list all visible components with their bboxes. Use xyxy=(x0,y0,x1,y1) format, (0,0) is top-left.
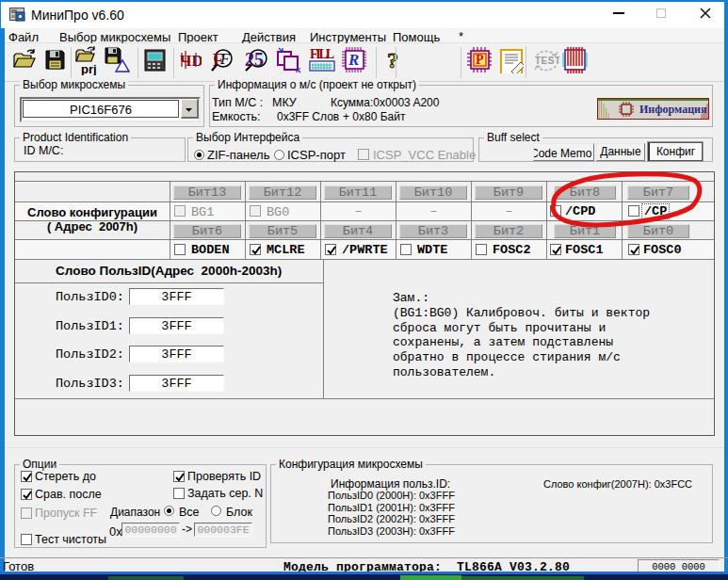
svg-text:TEST: TEST xyxy=(535,56,559,66)
svg-text:25: 25 xyxy=(245,49,264,70)
svg-text:F: F xyxy=(219,51,230,67)
svg-text:FILL: FILL xyxy=(310,47,334,61)
svg-text:R: R xyxy=(348,51,359,69)
svg-text:prj: prj xyxy=(81,62,97,75)
svg-text:P: P xyxy=(476,53,484,67)
svg-text:ЧD: ЧD xyxy=(180,52,202,70)
svg-text:?: ? xyxy=(387,48,398,72)
